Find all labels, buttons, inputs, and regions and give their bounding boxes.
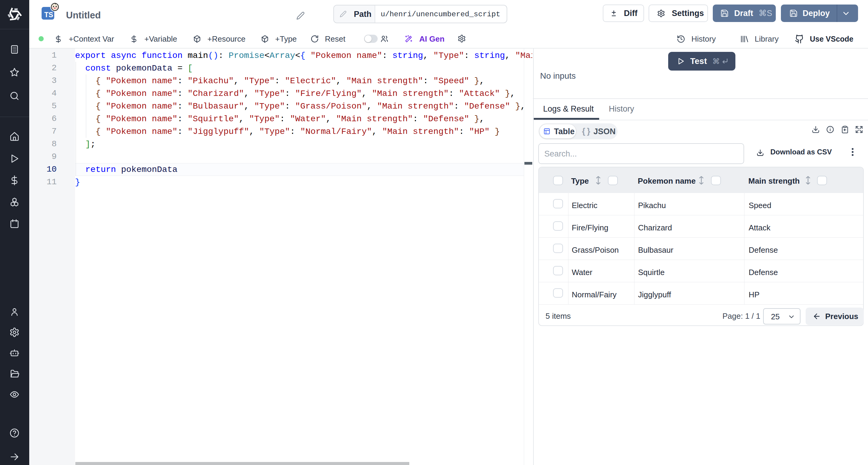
- svg-text:TS: TS: [44, 11, 53, 19]
